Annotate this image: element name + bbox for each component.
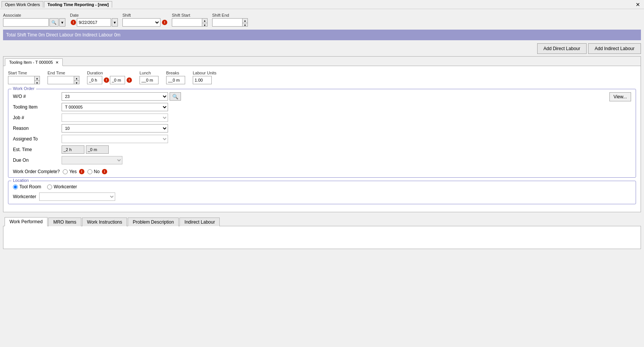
- tooling-item-select[interactable]: T 000005: [62, 103, 168, 111]
- tab-work-performed[interactable]: Work Performed: [5, 217, 48, 226]
- start-time-spinner-buttons[interactable]: ▲ ▼: [35, 76, 40, 84]
- work-order-grid: W/O # 23 🔍 Tooling Item T 000005: [13, 92, 606, 164]
- shift-end-label: Shift End: [212, 13, 248, 17]
- tool-room-radio-group: Tool Room: [13, 184, 41, 189]
- tab-mro-items[interactable]: MRO Items: [48, 218, 81, 226]
- wo-num-select[interactable]: 23: [62, 92, 168, 101]
- shift-end-spinner-buttons[interactable]: ▲ ▼: [243, 18, 248, 27]
- shift-start-input[interactable]: [172, 18, 202, 27]
- end-time-spinner-buttons[interactable]: ▲ ▼: [74, 76, 79, 84]
- shift-end-field-group: Shift End ▲ ▼: [212, 13, 248, 27]
- lunch-input[interactable]: [140, 76, 159, 84]
- est-time-hours-input: [62, 145, 84, 154]
- wo-complete-yes-group: Yes !: [63, 169, 84, 174]
- tab-problem-description[interactable]: Problem Description: [128, 218, 179, 226]
- wo-search-button[interactable]: 🔍: [170, 92, 181, 101]
- shift-field-group: Shift !: [122, 13, 167, 27]
- labour-units-group: Labour Units: [193, 71, 216, 84]
- shift-end-down-arrow[interactable]: ▼: [243, 23, 247, 27]
- work-order-section: Work Order W/O # 23 🔍 Tooling It: [8, 89, 636, 178]
- labour-units-label: Labour Units: [193, 71, 216, 75]
- tooling-item-tab[interactable]: Tooling Item - T 000005 ✕: [5, 58, 63, 66]
- wo-num-row: 23 🔍: [62, 92, 606, 101]
- start-time-down-arrow[interactable]: ▼: [35, 81, 40, 85]
- associate-input[interactable]: [3, 18, 49, 27]
- job-num-select: [62, 114, 168, 122]
- start-time-label: Start Time: [8, 71, 40, 75]
- associate-search-button[interactable]: 🔍: [49, 18, 59, 27]
- workcenter-radio-label: Workcenter: [54, 184, 77, 189]
- duration-hours-input[interactable]: [87, 76, 102, 84]
- wo-complete-no-group: No !: [87, 169, 107, 174]
- breaks-input[interactable]: [166, 76, 185, 84]
- location-radio-row: Tool Room Workcenter: [13, 184, 631, 189]
- date-input[interactable]: [77, 18, 111, 27]
- add-direct-labour-button[interactable]: Add Direct Labour: [537, 43, 587, 54]
- tooling-item-label: Tooling Item: [13, 104, 59, 110]
- shift-start-spinner-buttons[interactable]: ▲ ▼: [202, 18, 208, 27]
- main-container: Associate 🔍 ▾ Date ! ▾ Shift !: [0, 9, 644, 251]
- shift-start-field-group: Shift Start ▲ ▼: [172, 13, 208, 27]
- end-time-spinner: ▲ ▼: [48, 76, 79, 84]
- wo-num-label: W/O #: [13, 94, 59, 99]
- tooling-item-tab-close[interactable]: ✕: [56, 60, 59, 65]
- end-time-down-arrow[interactable]: ▼: [74, 81, 79, 85]
- shift-end-up-arrow[interactable]: ▲: [243, 19, 247, 23]
- reason-select[interactable]: 10: [62, 124, 168, 132]
- job-num-label: Job #: [13, 115, 59, 120]
- title-bar: Open Work Orders Tooling Time Reporting …: [0, 0, 644, 9]
- tab-open-work-orders[interactable]: Open Work Orders: [2, 1, 43, 8]
- start-time-group: Start Time ▲ ▼: [8, 71, 40, 84]
- timing-row: Start Time ▲ ▼ End Time: [8, 71, 636, 84]
- lunch-field-row: [140, 76, 159, 84]
- workcenter-select: [39, 192, 115, 201]
- shift-select[interactable]: [122, 18, 160, 27]
- end-time-up-arrow[interactable]: ▲: [74, 76, 79, 81]
- assigned-to-select: [62, 135, 168, 143]
- summary-bar: Total Shift Time 0m Direct Labour 0m Ind…: [3, 30, 641, 40]
- wo-complete-label: Work Order Complete?: [13, 169, 60, 174]
- summary-text: Total Shift Time 0m Direct Labour 0m Ind…: [6, 32, 121, 38]
- associate-label: Associate: [3, 13, 65, 17]
- wo-complete-no-radio[interactable]: [87, 169, 92, 174]
- wo-complete-yes-error: !: [79, 169, 84, 174]
- workcenter-radio[interactable]: [47, 185, 52, 189]
- bottom-tabs-container: Work Performed MRO Items Work Instructio…: [3, 215, 641, 249]
- shift-end-input[interactable]: [212, 18, 243, 27]
- start-time-up-arrow[interactable]: ▲: [35, 76, 40, 81]
- window-close-button[interactable]: ✕: [633, 2, 642, 8]
- wo-complete-row: Work Order Complete? Yes ! No !: [13, 169, 631, 174]
- date-dropdown-button[interactable]: ▾: [112, 18, 118, 27]
- associate-field-row: 🔍 ▾: [3, 18, 65, 27]
- view-button[interactable]: View...: [609, 92, 631, 101]
- shift-start-down-arrow[interactable]: ▼: [202, 23, 207, 27]
- tab-tooling-time-reporting[interactable]: Tooling Time Reporting - [new]: [44, 1, 112, 8]
- tool-room-radio[interactable]: [13, 185, 18, 189]
- tab-work-instructions[interactable]: Work Instructions: [82, 218, 127, 226]
- add-indirect-labour-button[interactable]: Add Indirect Labour: [588, 43, 641, 54]
- view-btn-container: View...: [609, 92, 631, 101]
- duration-group: Duration ! !: [87, 71, 132, 84]
- date-label: Date: [70, 13, 118, 17]
- duration-inputs: ! !: [87, 76, 132, 84]
- tab-indirect-labour[interactable]: Indirect Labour: [179, 218, 220, 226]
- assigned-to-label: Assigned To: [13, 136, 59, 142]
- shift-start-up-arrow[interactable]: ▲: [202, 19, 207, 23]
- end-time-group: End Time ▲ ▼: [48, 71, 79, 84]
- labour-units-input[interactable]: [193, 76, 212, 84]
- wo-complete-no-error: !: [102, 169, 107, 174]
- duration-minutes-input[interactable]: [110, 76, 125, 84]
- end-time-input[interactable]: [48, 76, 74, 84]
- date-field-row: ! ▾: [70, 18, 118, 27]
- est-time-minutes-input: [86, 145, 109, 154]
- shift-end-spinner: ▲ ▼: [212, 18, 248, 27]
- lunch-group: Lunch: [140, 71, 159, 84]
- bottom-tab-content: [3, 226, 641, 249]
- location-section-label: Location: [11, 178, 30, 183]
- start-time-input[interactable]: [8, 76, 35, 84]
- wo-complete-yes-radio[interactable]: [63, 169, 68, 174]
- header-row: Associate 🔍 ▾ Date ! ▾ Shift !: [3, 11, 641, 30]
- lunch-label: Lunch: [140, 71, 159, 75]
- breaks-group: Breaks: [166, 71, 185, 84]
- associate-dropdown-button[interactable]: ▾: [59, 18, 65, 27]
